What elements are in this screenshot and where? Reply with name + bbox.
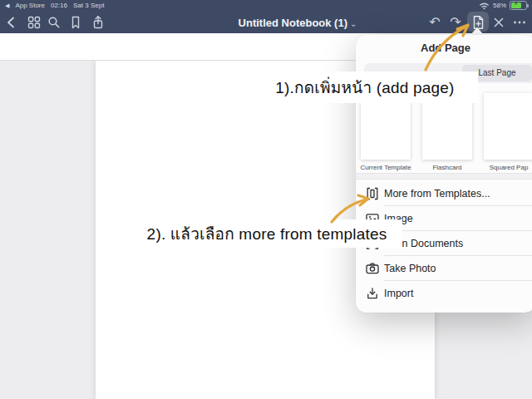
template-thumbnail-flashcard[interactable] bbox=[422, 93, 472, 160]
import-icon bbox=[365, 286, 380, 301]
menu-item-label: Import bbox=[384, 281, 413, 306]
annotation-step2: 2). แล้วเลือก more from templates bbox=[131, 219, 402, 248]
template-thumbnail-squared[interactable] bbox=[484, 93, 532, 160]
menu-item-import[interactable]: Import bbox=[356, 281, 532, 306]
section-divider bbox=[356, 173, 532, 180]
notebook-title[interactable]: Untitled Notebook (1)⌄ bbox=[191, 17, 404, 29]
search-icon[interactable] bbox=[47, 15, 62, 30]
more-options-icon[interactable] bbox=[512, 15, 527, 30]
templates-icon bbox=[365, 186, 380, 201]
bookmark-icon[interactable] bbox=[68, 15, 83, 30]
undo-icon[interactable]: ↶ bbox=[427, 15, 442, 30]
navigation-bar: ◀ App Store 02:16 Sat 3 Sept 58% ⚡ Untit… bbox=[0, 0, 532, 33]
status-time: 02:16 bbox=[51, 2, 67, 9]
redo-icon[interactable]: ↷ bbox=[448, 15, 463, 30]
camera-icon bbox=[365, 261, 380, 276]
template-label: Flashcard bbox=[416, 164, 478, 171]
status-bar: ◀ App Store 02:16 Sat 3 Sept 58% ⚡ bbox=[0, 1, 532, 11]
status-right: 58% ⚡ bbox=[479, 1, 527, 10]
battery-percent: 58% bbox=[493, 2, 506, 9]
menu-item-more-from-templates[interactable]: More from Templates... bbox=[356, 181, 532, 206]
back-to-app-icon: ◀ bbox=[5, 2, 9, 9]
popover-title: Add Page bbox=[356, 42, 532, 54]
status-date: Sat 3 Sept bbox=[73, 2, 104, 9]
share-icon[interactable] bbox=[91, 15, 106, 30]
back-button[interactable] bbox=[4, 15, 19, 30]
template-label: Current Template bbox=[355, 164, 416, 171]
battery-icon: ⚡ bbox=[510, 1, 527, 10]
template-thumbnail-current[interactable] bbox=[361, 93, 411, 160]
status-left[interactable]: ◀ App Store 02:16 Sat 3 Sept bbox=[5, 2, 104, 9]
template-label: Squared Pap bbox=[478, 164, 532, 171]
back-to-app-label: App Store bbox=[15, 2, 45, 9]
wifi-icon bbox=[479, 2, 490, 10]
thumbnails-grid-icon[interactable] bbox=[27, 15, 42, 30]
menu-item-label: Take Photo bbox=[384, 256, 436, 281]
annotation-step1: 1).กดเพิ่มหน้า (add page) bbox=[252, 71, 478, 103]
close-icon[interactable] bbox=[491, 15, 506, 30]
title-chevron-icon: ⌄ bbox=[350, 19, 357, 28]
menu-item-take-photo[interactable]: Take Photo bbox=[356, 256, 532, 281]
menu-item-label: More from Templates... bbox=[384, 181, 490, 206]
